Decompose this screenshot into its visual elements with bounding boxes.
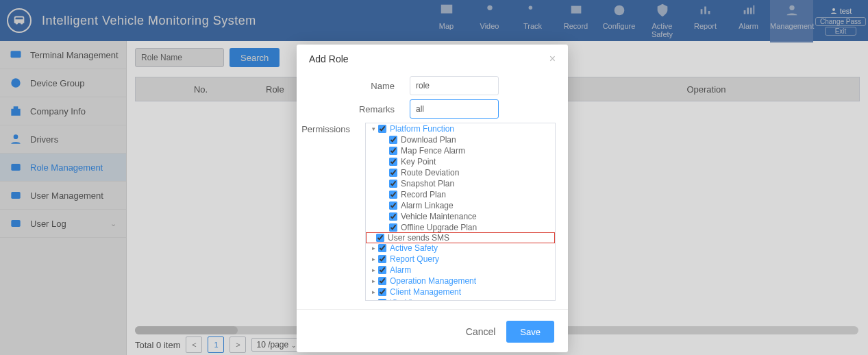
perm-alarm[interactable]: ▸Alarm [366,265,555,276]
permissions-tree[interactable]: ▾Platform FunctionDownload PlanMap Fence… [365,123,556,301]
cancel-button[interactable]: Cancel [466,321,496,343]
name-input[interactable] [410,76,499,95]
perm-platform-function[interactable]: ▾Platform Function [366,123,555,134]
perm-vehicle-maintenance[interactable]: Vehicle Maintenance [366,211,555,222]
close-icon[interactable]: × [549,53,556,65]
perm-icarview[interactable]: ▸iCarView [366,297,555,301]
perm-user-sends-sms[interactable]: User sends SMS [366,232,555,243]
perm-active-safety[interactable]: ▸Active Safety [366,243,555,254]
perm-alarm-linkage[interactable]: Alarm Linkage [366,200,555,211]
perm-operation-management[interactable]: ▸Operation Management [366,276,555,286]
perm-record-plan[interactable]: Record Plan [366,189,555,200]
permissions-label: Permissions [297,123,365,301]
modal-title: Add Role [309,53,349,64]
add-role-modal: Add Role × Name Remarks Permissions ▾Pla… [297,45,568,352]
save-button[interactable]: Save [506,321,554,343]
perm-map-fence-alarm[interactable]: Map Fence Alarm [366,145,555,156]
perm-route-deviation[interactable]: Route Deviation [366,167,555,178]
perm-key-point[interactable]: Key Point [366,156,555,167]
perm-client-management[interactable]: ▸Client Management [366,286,555,297]
perm-download-plan[interactable]: Download Plan [366,134,555,145]
remarks-input[interactable] [410,99,499,119]
perm-snapshot-plan[interactable]: Snapshot Plan [366,178,555,189]
name-label: Name [297,81,410,91]
perm-report-query[interactable]: ▸Report Query [366,254,555,265]
perm-offline-upgrade-plan[interactable]: Offline Upgrade Plan [366,222,555,233]
remarks-label: Remarks [297,104,410,114]
